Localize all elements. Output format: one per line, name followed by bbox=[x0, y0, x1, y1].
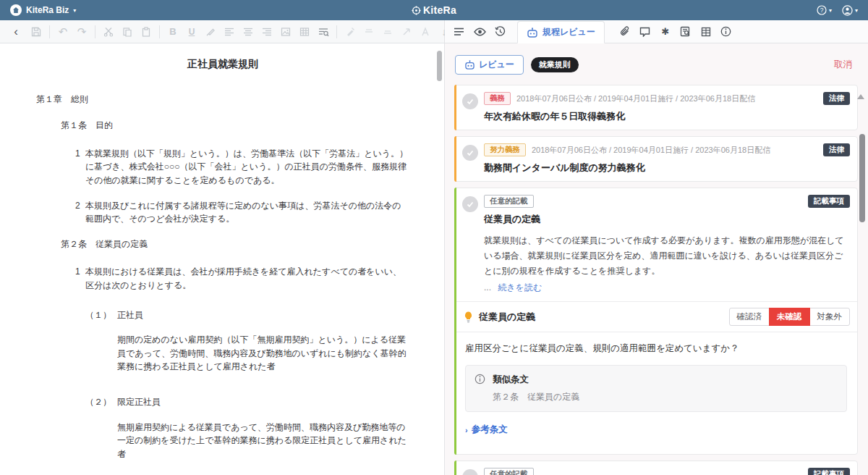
review-card[interactable]: 努力義務 2018年07月06日公布 / 2019年04月01日施行 / 202… bbox=[454, 136, 858, 182]
article-heading: 第２条従業員の定義 bbox=[61, 238, 409, 251]
preview-eye-icon[interactable] bbox=[469, 20, 490, 43]
underline-icon[interactable]: U bbox=[183, 23, 200, 41]
topbar-right: ? ▾ ▾ bbox=[817, 5, 858, 16]
comparison-table-icon[interactable] bbox=[696, 20, 716, 43]
redo-icon[interactable]: ↷ bbox=[73, 23, 90, 41]
paragraph: 1 本就業規則（以下「規則」という。）は、労働基準法（以下「労基法」という。）に… bbox=[75, 147, 409, 188]
review-card[interactable]: 任意的記載 記載事項 労働条件の明示 bbox=[454, 461, 858, 475]
chevron-right-icon: › bbox=[465, 426, 468, 434]
item-body: 無期雇用契約による従業員であって、労働時間、職務内容及び勤務地等の一定の制約を受… bbox=[117, 421, 409, 461]
insert-link-icon[interactable] bbox=[398, 23, 415, 41]
asterisk-icon[interactable]: ✱ bbox=[655, 20, 676, 43]
review-pane: レビュー 就業規則 取消 義務 2018年07月06日公布 / 2019年04月… bbox=[445, 43, 868, 475]
kitera-home-icon bbox=[10, 4, 22, 16]
status-unconfirmed-button[interactable]: 未確認 bbox=[769, 308, 810, 326]
help-menu[interactable]: ? ▾ bbox=[817, 5, 832, 15]
chapter-heading: 第１章総則 bbox=[36, 93, 409, 106]
review-card-expanded[interactable]: 任意的記載 記載事項 従業員の定義 就業規則は、すべての従業員について作成する必… bbox=[454, 188, 858, 455]
help-icon: ? bbox=[817, 5, 827, 15]
kitera-mark-icon bbox=[412, 6, 421, 15]
align-left-icon[interactable] bbox=[221, 23, 238, 41]
cancel-link[interactable]: 取消 bbox=[834, 59, 852, 71]
review-button[interactable]: レビュー bbox=[455, 55, 524, 75]
image-icon[interactable] bbox=[277, 23, 294, 41]
question-section: 従業員の定義 確認済 未確認 対象外 雇用区分ごとに従業員の定義、規則の適用範囲… bbox=[455, 301, 857, 447]
review-header: レビュー 就業規則 取消 bbox=[445, 43, 868, 83]
table-icon[interactable] bbox=[296, 23, 313, 41]
question-text: 雇用区分ごとに従業員の定義、規則の適用範囲を定めていますか？ bbox=[465, 342, 847, 355]
check-circle-icon[interactable] bbox=[462, 469, 478, 475]
lightbulb-icon bbox=[464, 311, 473, 323]
reference-articles-link[interactable]: › 参考条文 bbox=[465, 424, 847, 436]
card-dates: 2018年07月06日公布 / 2019年04月01日施行 / 2023年06月… bbox=[532, 145, 770, 156]
level-badge: 義務 bbox=[484, 92, 511, 105]
app-menu[interactable]: KiteRa Biz ▾ bbox=[10, 4, 76, 16]
item-heading: （２） 限定正社員 bbox=[85, 395, 409, 409]
find-replace-icon[interactable] bbox=[315, 23, 332, 41]
svg-text:?: ? bbox=[820, 7, 824, 14]
side-panel-tabbar: 規程レビュー ✱ bbox=[445, 20, 868, 43]
strikethrough-icon[interactable] bbox=[360, 23, 378, 41]
category-tag: 記載事項 bbox=[808, 468, 850, 475]
document-body[interactable]: 正社員就業規則 第１章総則 第１条目的 1 本就業規則（以下「規則」という。）は… bbox=[0, 43, 444, 475]
status-button-group: 確認済 未確認 対象外 bbox=[729, 308, 851, 326]
bold-icon[interactable]: B bbox=[164, 23, 182, 41]
undo-icon[interactable]: ↶ bbox=[54, 23, 72, 41]
level-badge: 努力義務 bbox=[484, 143, 526, 156]
copy-icon[interactable] bbox=[119, 23, 136, 41]
robot-icon bbox=[527, 28, 538, 38]
similar-articles-title: 類似条文 bbox=[493, 374, 838, 386]
avatar-icon bbox=[842, 5, 853, 16]
account-menu[interactable]: ▾ bbox=[842, 5, 858, 16]
review-button-label: レビュー bbox=[479, 59, 514, 71]
cut-icon[interactable] bbox=[100, 23, 117, 41]
check-circle-icon[interactable] bbox=[462, 196, 478, 212]
info-icon[interactable] bbox=[716, 20, 736, 43]
check-circle-icon[interactable] bbox=[462, 93, 478, 109]
align-center-icon[interactable] bbox=[239, 23, 257, 41]
document-scrollbar[interactable] bbox=[437, 51, 442, 81]
card-description: 就業規則は、すべての従業員について作成する必要があります。複数の雇用形態が混在し… bbox=[484, 233, 850, 279]
review-card[interactable]: 義務 2018年07月06日公布 / 2019年04月01日施行 / 2023年… bbox=[454, 85, 858, 130]
status-excluded-button[interactable]: 対象外 bbox=[809, 308, 851, 326]
card-title: 従業員の定義 bbox=[484, 213, 850, 226]
article-heading: 第１条目的 bbox=[61, 119, 409, 133]
chevron-down-icon: ▾ bbox=[855, 7, 858, 14]
document-title: 正社員就業規則 bbox=[36, 56, 409, 72]
review-scrollbar[interactable] bbox=[859, 134, 865, 222]
format-paint-icon[interactable] bbox=[341, 23, 359, 41]
similar-article-ref[interactable]: 第２条 従業員の定義 bbox=[493, 391, 838, 403]
align-right-icon[interactable] bbox=[258, 23, 276, 41]
check-circle-icon[interactable] bbox=[462, 145, 478, 161]
document-toolbar: ‹ ↶ ↷ B U bbox=[0, 20, 445, 43]
paragraph: 1 本規則における従業員は、会社が採用手続きを経て雇入れたすべての者をいい、区分… bbox=[75, 265, 409, 292]
item-body: 期間の定めのない雇用契約（以下「無期雇用契約」という。）による従業員であって、労… bbox=[117, 333, 409, 374]
history-icon[interactable] bbox=[490, 20, 510, 43]
toolbar-strip: ‹ ↶ ↷ B U bbox=[0, 20, 868, 43]
back-button[interactable]: ‹ bbox=[7, 23, 25, 41]
category-tag: 法律 bbox=[823, 92, 850, 105]
tab-regulation-review[interactable]: 規程レビュー bbox=[517, 21, 605, 43]
scrollbar-up-arrow[interactable] bbox=[857, 94, 864, 99]
level-badge: 任意的記載 bbox=[484, 195, 534, 208]
robot-icon bbox=[464, 60, 475, 70]
index-list-icon[interactable] bbox=[449, 20, 469, 43]
card-title: 勤務間インターバル制度の努力義務化 bbox=[484, 161, 850, 175]
read-more-link[interactable]: 続きを読む bbox=[498, 282, 542, 293]
paragraph: 2 本規則及びこれに付属する諸規程等に定めのない事項は、労基法その他の法令の範囲… bbox=[75, 199, 409, 226]
chevron-down-icon: ▾ bbox=[73, 7, 76, 14]
text-style-icon[interactable] bbox=[417, 23, 434, 41]
document-pane[interactable]: 正社員就業規則 第１章総則 第１条目的 1 本就業規則（以下「規則」という。）は… bbox=[0, 43, 445, 475]
status-confirmed-button[interactable]: 確認済 bbox=[729, 308, 770, 326]
doc-search-icon[interactable] bbox=[676, 20, 696, 43]
paperclip-icon[interactable] bbox=[615, 20, 635, 43]
paste-icon[interactable] bbox=[137, 23, 155, 41]
review-list: 義務 2018年07月06日公布 / 2019年04月01日施行 / 2023年… bbox=[445, 83, 868, 475]
app-menu-label: KiteRa Biz bbox=[26, 5, 69, 15]
highlighter-icon[interactable] bbox=[202, 23, 219, 41]
subscript-icon[interactable] bbox=[379, 23, 396, 41]
item-heading: （１） 正社員 bbox=[85, 308, 409, 322]
save-icon[interactable] bbox=[27, 23, 45, 41]
brand-logo: KiteRa bbox=[0, 4, 868, 16]
comment-icon[interactable] bbox=[635, 20, 655, 43]
